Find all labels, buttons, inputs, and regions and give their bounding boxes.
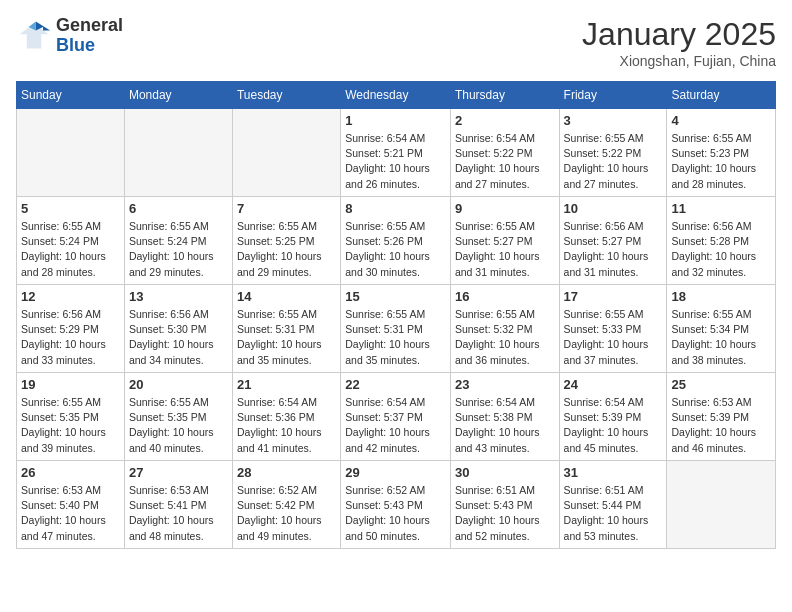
weekday-header: Monday	[124, 82, 232, 109]
day-info: Sunrise: 6:52 AM Sunset: 5:42 PM Dayligh…	[237, 483, 336, 544]
calendar-day-cell: 18Sunrise: 6:55 AM Sunset: 5:34 PM Dayli…	[667, 285, 776, 373]
day-number: 9	[455, 201, 555, 216]
day-number: 19	[21, 377, 120, 392]
day-number: 18	[671, 289, 771, 304]
day-number: 14	[237, 289, 336, 304]
day-info: Sunrise: 6:55 AM Sunset: 5:26 PM Dayligh…	[345, 219, 446, 280]
day-number: 12	[21, 289, 120, 304]
calendar-day-cell: 17Sunrise: 6:55 AM Sunset: 5:33 PM Dayli…	[559, 285, 667, 373]
calendar-day-cell: 5Sunrise: 6:55 AM Sunset: 5:24 PM Daylig…	[17, 197, 125, 285]
day-number: 26	[21, 465, 120, 480]
weekday-header: Wednesday	[341, 82, 451, 109]
day-number: 23	[455, 377, 555, 392]
calendar-day-cell: 3Sunrise: 6:55 AM Sunset: 5:22 PM Daylig…	[559, 109, 667, 197]
calendar-day-cell: 26Sunrise: 6:53 AM Sunset: 5:40 PM Dayli…	[17, 461, 125, 549]
day-info: Sunrise: 6:55 AM Sunset: 5:35 PM Dayligh…	[21, 395, 120, 456]
calendar-day-cell: 14Sunrise: 6:55 AM Sunset: 5:31 PM Dayli…	[232, 285, 340, 373]
calendar-day-cell: 30Sunrise: 6:51 AM Sunset: 5:43 PM Dayli…	[450, 461, 559, 549]
day-info: Sunrise: 6:55 AM Sunset: 5:32 PM Dayligh…	[455, 307, 555, 368]
calendar-day-cell: 13Sunrise: 6:56 AM Sunset: 5:30 PM Dayli…	[124, 285, 232, 373]
day-info: Sunrise: 6:55 AM Sunset: 5:31 PM Dayligh…	[345, 307, 446, 368]
day-number: 10	[564, 201, 663, 216]
day-number: 7	[237, 201, 336, 216]
day-number: 8	[345, 201, 446, 216]
calendar-day-cell: 24Sunrise: 6:54 AM Sunset: 5:39 PM Dayli…	[559, 373, 667, 461]
calendar-day-cell	[667, 461, 776, 549]
logo-text: General Blue	[56, 16, 123, 56]
calendar-day-cell: 8Sunrise: 6:55 AM Sunset: 5:26 PM Daylig…	[341, 197, 451, 285]
weekday-header: Friday	[559, 82, 667, 109]
calendar-day-cell: 27Sunrise: 6:53 AM Sunset: 5:41 PM Dayli…	[124, 461, 232, 549]
day-number: 30	[455, 465, 555, 480]
calendar-day-cell: 15Sunrise: 6:55 AM Sunset: 5:31 PM Dayli…	[341, 285, 451, 373]
day-info: Sunrise: 6:55 AM Sunset: 5:33 PM Dayligh…	[564, 307, 663, 368]
day-number: 28	[237, 465, 336, 480]
day-info: Sunrise: 6:55 AM Sunset: 5:31 PM Dayligh…	[237, 307, 336, 368]
day-info: Sunrise: 6:54 AM Sunset: 5:38 PM Dayligh…	[455, 395, 555, 456]
day-number: 2	[455, 113, 555, 128]
day-info: Sunrise: 6:51 AM Sunset: 5:44 PM Dayligh…	[564, 483, 663, 544]
day-number: 20	[129, 377, 228, 392]
day-number: 6	[129, 201, 228, 216]
day-number: 4	[671, 113, 771, 128]
day-info: Sunrise: 6:53 AM Sunset: 5:40 PM Dayligh…	[21, 483, 120, 544]
svg-marker-2	[36, 21, 50, 30]
day-info: Sunrise: 6:54 AM Sunset: 5:37 PM Dayligh…	[345, 395, 446, 456]
calendar-day-cell: 23Sunrise: 6:54 AM Sunset: 5:38 PM Dayli…	[450, 373, 559, 461]
calendar-week-row: 12Sunrise: 6:56 AM Sunset: 5:29 PM Dayli…	[17, 285, 776, 373]
day-number: 16	[455, 289, 555, 304]
day-number: 21	[237, 377, 336, 392]
calendar-day-cell	[232, 109, 340, 197]
day-info: Sunrise: 6:56 AM Sunset: 5:28 PM Dayligh…	[671, 219, 771, 280]
day-info: Sunrise: 6:56 AM Sunset: 5:29 PM Dayligh…	[21, 307, 120, 368]
weekday-header: Tuesday	[232, 82, 340, 109]
calendar-day-cell: 19Sunrise: 6:55 AM Sunset: 5:35 PM Dayli…	[17, 373, 125, 461]
day-info: Sunrise: 6:56 AM Sunset: 5:30 PM Dayligh…	[129, 307, 228, 368]
calendar-day-cell: 10Sunrise: 6:56 AM Sunset: 5:27 PM Dayli…	[559, 197, 667, 285]
day-info: Sunrise: 6:54 AM Sunset: 5:36 PM Dayligh…	[237, 395, 336, 456]
calendar-week-row: 19Sunrise: 6:55 AM Sunset: 5:35 PM Dayli…	[17, 373, 776, 461]
calendar-day-cell: 29Sunrise: 6:52 AM Sunset: 5:43 PM Dayli…	[341, 461, 451, 549]
day-number: 3	[564, 113, 663, 128]
calendar-week-row: 26Sunrise: 6:53 AM Sunset: 5:40 PM Dayli…	[17, 461, 776, 549]
calendar-day-cell: 12Sunrise: 6:56 AM Sunset: 5:29 PM Dayli…	[17, 285, 125, 373]
day-info: Sunrise: 6:52 AM Sunset: 5:43 PM Dayligh…	[345, 483, 446, 544]
calendar-day-cell: 16Sunrise: 6:55 AM Sunset: 5:32 PM Dayli…	[450, 285, 559, 373]
day-info: Sunrise: 6:51 AM Sunset: 5:43 PM Dayligh…	[455, 483, 555, 544]
day-info: Sunrise: 6:55 AM Sunset: 5:24 PM Dayligh…	[21, 219, 120, 280]
calendar-day-cell: 21Sunrise: 6:54 AM Sunset: 5:36 PM Dayli…	[232, 373, 340, 461]
day-number: 5	[21, 201, 120, 216]
calendar-day-cell: 7Sunrise: 6:55 AM Sunset: 5:25 PM Daylig…	[232, 197, 340, 285]
calendar-day-cell: 31Sunrise: 6:51 AM Sunset: 5:44 PM Dayli…	[559, 461, 667, 549]
day-number: 1	[345, 113, 446, 128]
calendar-day-cell: 20Sunrise: 6:55 AM Sunset: 5:35 PM Dayli…	[124, 373, 232, 461]
calendar-day-cell: 28Sunrise: 6:52 AM Sunset: 5:42 PM Dayli…	[232, 461, 340, 549]
calendar-day-cell: 22Sunrise: 6:54 AM Sunset: 5:37 PM Dayli…	[341, 373, 451, 461]
day-number: 17	[564, 289, 663, 304]
weekday-header-row: SundayMondayTuesdayWednesdayThursdayFrid…	[17, 82, 776, 109]
calendar-week-row: 1Sunrise: 6:54 AM Sunset: 5:21 PM Daylig…	[17, 109, 776, 197]
day-number: 27	[129, 465, 228, 480]
day-number: 13	[129, 289, 228, 304]
day-info: Sunrise: 6:54 AM Sunset: 5:22 PM Dayligh…	[455, 131, 555, 192]
calendar-day-cell: 11Sunrise: 6:56 AM Sunset: 5:28 PM Dayli…	[667, 197, 776, 285]
calendar-day-cell: 9Sunrise: 6:55 AM Sunset: 5:27 PM Daylig…	[450, 197, 559, 285]
weekday-header: Sunday	[17, 82, 125, 109]
day-info: Sunrise: 6:54 AM Sunset: 5:39 PM Dayligh…	[564, 395, 663, 456]
day-info: Sunrise: 6:55 AM Sunset: 5:25 PM Dayligh…	[237, 219, 336, 280]
logo-icon	[16, 18, 52, 54]
day-number: 31	[564, 465, 663, 480]
calendar-day-cell	[124, 109, 232, 197]
day-number: 29	[345, 465, 446, 480]
day-info: Sunrise: 6:54 AM Sunset: 5:21 PM Dayligh…	[345, 131, 446, 192]
day-number: 15	[345, 289, 446, 304]
location-subtitle: Xiongshan, Fujian, China	[582, 53, 776, 69]
day-number: 25	[671, 377, 771, 392]
logo: General Blue	[16, 16, 123, 56]
weekday-header: Saturday	[667, 82, 776, 109]
day-info: Sunrise: 6:55 AM Sunset: 5:22 PM Dayligh…	[564, 131, 663, 192]
day-info: Sunrise: 6:55 AM Sunset: 5:24 PM Dayligh…	[129, 219, 228, 280]
weekday-header: Thursday	[450, 82, 559, 109]
calendar-week-row: 5Sunrise: 6:55 AM Sunset: 5:24 PM Daylig…	[17, 197, 776, 285]
day-info: Sunrise: 6:56 AM Sunset: 5:27 PM Dayligh…	[564, 219, 663, 280]
